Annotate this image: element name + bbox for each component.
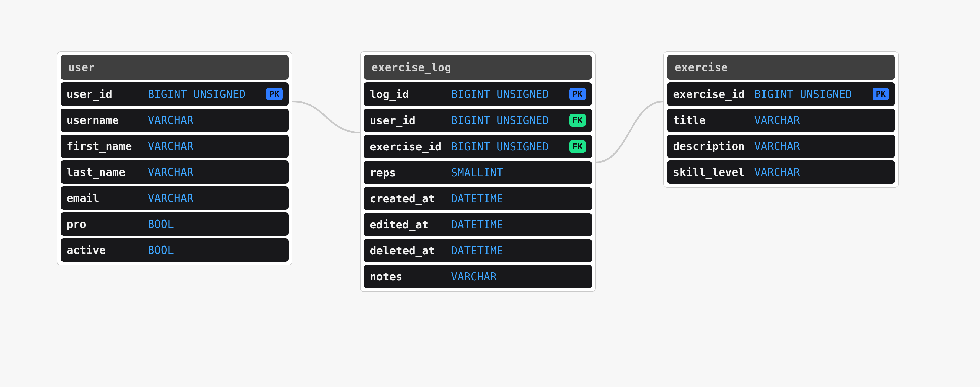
erd-canvas[interactable]: user user_id BIGINT UNSIGNED PK username… (0, 0, 980, 387)
table-user-col-last_name[interactable]: last_name VARCHAR (60, 160, 289, 184)
column-type: BOOL (148, 218, 283, 230)
column-name: first_name (67, 140, 142, 152)
table-exercise-col-exercise_id[interactable]: exercise_id BIGINT UNSIGNED PK (667, 82, 895, 106)
column-name: reps (370, 167, 445, 179)
column-type: SMALLINT (451, 167, 586, 179)
table-exerciselog-col-log_id[interactable]: log_id BIGINT UNSIGNED PK (364, 82, 592, 106)
column-type: VARCHAR (148, 140, 283, 152)
column-name: description (673, 140, 749, 152)
column-name: active (67, 244, 142, 256)
relation-user-to-exerciselog (293, 102, 360, 133)
relation-exercise-to-exerciselog (596, 102, 663, 162)
table-exercise-log[interactable]: exercise_log log_id BIGINT UNSIGNED PK u… (360, 51, 596, 292)
fk-badge: FK (569, 114, 586, 127)
pk-badge: PK (266, 88, 283, 100)
table-exerciselog-col-exercise_id[interactable]: exercise_id BIGINT UNSIGNED FK (364, 135, 592, 158)
table-exercise[interactable]: exercise exercise_id BIGINT UNSIGNED PK … (663, 51, 899, 187)
column-name: edited_at (370, 218, 445, 231)
table-exercise-col-description[interactable]: description VARCHAR (667, 135, 895, 158)
pk-badge: PK (872, 88, 889, 100)
column-type: BOOL (148, 244, 283, 256)
table-exerciselog-col-notes[interactable]: notes VARCHAR (364, 265, 592, 288)
table-user-col-email[interactable]: email VARCHAR (60, 186, 289, 210)
column-type: DATETIME (451, 218, 586, 231)
table-user-col-user_id[interactable]: user_id BIGINT UNSIGNED PK (60, 82, 289, 106)
column-name: skill_level (673, 166, 749, 178)
table-exercise-header: exercise (667, 55, 895, 79)
column-name: exercise_id (370, 140, 445, 153)
table-exercise-log-header: exercise_log (364, 55, 592, 79)
column-type: VARCHAR (754, 166, 889, 178)
pk-badge: PK (569, 88, 586, 100)
column-name: user_id (67, 88, 142, 100)
column-type: VARCHAR (754, 114, 889, 126)
column-name: last_name (67, 166, 142, 178)
column-name: pro (67, 218, 142, 230)
column-name: deleted_at (370, 244, 445, 257)
table-user-col-first_name[interactable]: first_name VARCHAR (60, 135, 289, 158)
column-name: user_id (370, 114, 445, 127)
table-exercise-col-skill_level[interactable]: skill_level VARCHAR (667, 160, 895, 184)
table-user[interactable]: user user_id BIGINT UNSIGNED PK username… (57, 51, 293, 265)
column-type: VARCHAR (451, 270, 586, 283)
column-type: BIGINT UNSIGNED (451, 114, 564, 127)
column-name: created_at (370, 192, 445, 205)
table-user-col-active[interactable]: active BOOL (60, 238, 289, 262)
column-type: VARCHAR (148, 166, 283, 178)
column-type: BIGINT UNSIGNED (451, 140, 564, 153)
table-user-header: user (60, 55, 289, 79)
column-name: exercise_id (673, 88, 749, 100)
table-exercise-col-title[interactable]: title VARCHAR (667, 108, 895, 132)
table-exerciselog-col-user_id[interactable]: user_id BIGINT UNSIGNED FK (364, 108, 592, 132)
column-name: notes (370, 270, 445, 283)
column-type: DATETIME (451, 244, 586, 257)
table-user-col-username[interactable]: username VARCHAR (60, 108, 289, 132)
column-type: BIGINT UNSIGNED (754, 88, 867, 100)
column-name: email (67, 192, 142, 204)
table-user-col-pro[interactable]: pro BOOL (60, 213, 289, 236)
table-exerciselog-col-edited_at[interactable]: edited_at DATETIME (364, 213, 592, 236)
column-type: BIGINT UNSIGNED (451, 88, 564, 100)
column-type: DATETIME (451, 192, 586, 205)
table-exerciselog-col-created_at[interactable]: created_at DATETIME (364, 187, 592, 210)
table-exerciselog-col-reps[interactable]: reps SMALLINT (364, 161, 592, 184)
column-name: log_id (370, 88, 445, 100)
fk-badge: FK (569, 140, 586, 153)
column-type: VARCHAR (754, 140, 889, 152)
column-name: title (673, 114, 749, 126)
column-name: username (67, 114, 142, 126)
column-type: VARCHAR (148, 192, 283, 204)
column-type: VARCHAR (148, 114, 283, 126)
table-exerciselog-col-deleted_at[interactable]: deleted_at DATETIME (364, 239, 592, 262)
column-type: BIGINT UNSIGNED (148, 88, 261, 100)
